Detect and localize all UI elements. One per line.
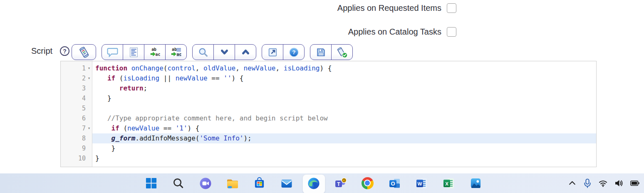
code-line[interactable]: } xyxy=(92,143,596,153)
validate-syntax-button[interactable] xyxy=(331,45,352,60)
svg-text:ab: ab xyxy=(172,47,177,52)
field-label-script: Script xyxy=(31,46,52,56)
taskbar-teams-button[interactable]: T xyxy=(334,177,347,190)
taskbar-search-button[interactable] xyxy=(172,177,185,190)
windows-taskbar: T O xyxy=(0,173,644,193)
replace-all-icon: ab ac xyxy=(171,47,182,58)
line-number: 8 xyxy=(82,133,86,143)
script-editor[interactable]: 1▾function onChange(control, oldValue, n… xyxy=(60,61,597,167)
teams-icon: T xyxy=(334,177,347,190)
svg-text:?: ? xyxy=(292,49,295,55)
microphone-tray-button[interactable] xyxy=(583,178,592,188)
editor-line: 3 return; xyxy=(61,83,596,93)
taskbar-mail-button[interactable] xyxy=(280,177,293,190)
wifi-icon xyxy=(598,179,608,188)
line-number: 1 xyxy=(82,63,86,73)
svg-text:ab: ab xyxy=(151,47,156,52)
hidden-icons-chevron[interactable] xyxy=(568,179,577,188)
syntax-editor-toggle-button[interactable] xyxy=(72,45,96,60)
code-line[interactable]: //Type appropriate comment here, and beg… xyxy=(92,113,596,123)
magnifier-icon xyxy=(198,47,208,58)
replace-button[interactable]: ab ac xyxy=(144,45,165,60)
editor-line: 10} xyxy=(61,153,596,163)
field-label-applies-catalog-tasks: Applies on Catalog Tasks xyxy=(267,27,441,37)
system-tray xyxy=(568,173,640,193)
popout-icon xyxy=(268,47,278,58)
editor-line: 1▾function onChange(control, oldValue, n… xyxy=(61,63,596,73)
scroll-icon xyxy=(79,46,89,58)
start-button[interactable] xyxy=(145,177,158,190)
chevron-down-icon xyxy=(219,48,230,57)
line-gutter: 4 xyxy=(61,93,92,103)
svg-text:O: O xyxy=(391,180,395,187)
field-label-applies-requested-items: Applies on Requested Items xyxy=(267,3,441,13)
code-line[interactable]: if (newValue == '1') { xyxy=(92,123,596,133)
editor-line: 5 xyxy=(61,103,596,113)
applies-catalog-tasks-checkbox[interactable] xyxy=(447,27,456,37)
line-gutter: 8 xyxy=(61,133,92,143)
code-line[interactable]: g_form.addInfoMessage('Some Info'); xyxy=(92,133,596,143)
field-help-icon[interactable]: ? xyxy=(60,46,69,56)
search-icon xyxy=(172,177,184,189)
edge-icon xyxy=(307,177,320,190)
code-line[interactable]: function onChange(control, oldValue, new… xyxy=(92,63,596,73)
line-gutter: 1▾ xyxy=(61,63,92,73)
teams-away-clock-badge xyxy=(342,178,347,183)
taskbar-word-button[interactable]: W xyxy=(415,177,428,190)
editor-lines: 1▾function onChange(control, oldValue, n… xyxy=(61,61,596,167)
taskbar-file-explorer-button[interactable] xyxy=(226,177,239,190)
fold-arrow-icon[interactable]: ▾ xyxy=(86,63,92,73)
mail-envelope-icon xyxy=(280,178,293,189)
code-line[interactable]: } xyxy=(92,153,596,163)
svg-text:T: T xyxy=(337,181,340,187)
code-line[interactable]: return; xyxy=(92,83,596,93)
word-icon: W xyxy=(416,177,428,190)
search-button[interactable] xyxy=(193,45,213,60)
save-button[interactable] xyxy=(310,45,331,60)
editor-line: 9 } xyxy=(61,143,596,153)
open-fullscreen-button[interactable] xyxy=(262,45,283,60)
applies-requested-items-checkbox[interactable] xyxy=(447,3,456,13)
editor-line: 2▾ if (isLoading || newValue == '') { xyxy=(61,73,596,83)
script-editor-toolbar: ab ac ab ac xyxy=(72,44,353,60)
line-number: 10 xyxy=(78,153,86,163)
code-line[interactable]: if (isLoading || newValue == '') { xyxy=(92,73,596,83)
desktop-screen: Applies on Requested Items Applies on Ca… xyxy=(0,0,644,193)
line-number: 7 xyxy=(82,123,86,133)
format-code-button[interactable] xyxy=(123,45,144,60)
taskbar-apps: T O xyxy=(145,173,482,193)
line-gutter: 9 xyxy=(61,143,92,153)
code-line[interactable]: } xyxy=(92,93,596,103)
editor-line: 7▾ if (newValue == '1') { xyxy=(61,123,596,133)
toggle-comment-button[interactable] xyxy=(102,45,123,60)
find-next-button[interactable] xyxy=(213,45,235,60)
help-button[interactable]: ? xyxy=(283,45,304,60)
taskbar-chrome-button[interactable] xyxy=(361,177,374,190)
taskbar-store-button[interactable] xyxy=(253,177,266,190)
chrome-icon xyxy=(362,177,374,189)
speaker-icon xyxy=(614,179,624,188)
fold-arrow-icon[interactable]: ▾ xyxy=(86,123,92,133)
line-gutter: 7▾ xyxy=(61,123,92,133)
taskbar-edge-button[interactable] xyxy=(307,177,320,190)
wifi-tray-button[interactable] xyxy=(598,179,608,188)
line-number: 3 xyxy=(82,83,86,93)
taskbar-photos-button[interactable] xyxy=(469,177,482,190)
line-number: 2 xyxy=(82,73,86,83)
taskbar-outlook-button[interactable]: O xyxy=(388,177,401,190)
chevron-up-icon xyxy=(568,179,577,188)
microsoft-store-icon xyxy=(253,177,265,189)
help-circle-icon: ? xyxy=(289,47,299,58)
fold-arrow-icon[interactable]: ▾ xyxy=(86,73,92,83)
line-number: 6 xyxy=(82,113,86,123)
battery-icon xyxy=(630,179,640,188)
taskbar-chat-button[interactable] xyxy=(199,177,212,190)
editor-line: 4 } xyxy=(61,93,596,103)
find-previous-button[interactable] xyxy=(235,45,256,60)
editor-line: 6 //Type appropriate comment here, and b… xyxy=(61,113,596,123)
replace-all-button[interactable]: ab ac xyxy=(165,45,186,60)
code-line[interactable] xyxy=(92,103,596,113)
volume-tray-button[interactable] xyxy=(614,179,624,188)
battery-tray-button[interactable] xyxy=(630,179,640,188)
taskbar-excel-button[interactable]: X xyxy=(442,177,455,190)
